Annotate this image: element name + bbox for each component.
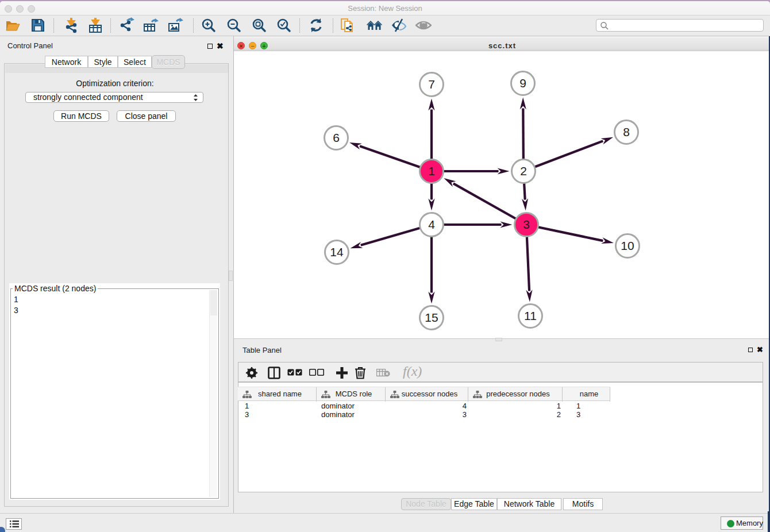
svg-text:15: 15 <box>425 311 438 324</box>
svg-text:9: 9 <box>519 76 526 90</box>
svg-text:7: 7 <box>428 78 435 91</box>
svg-text:2: 2 <box>520 164 527 178</box>
svg-text:11: 11 <box>524 309 537 322</box>
svg-text:4: 4 <box>428 218 435 231</box>
svg-text:14: 14 <box>330 245 344 259</box>
svg-text:10: 10 <box>621 239 634 252</box>
svg-text:6: 6 <box>333 131 340 144</box>
svg-text:3: 3 <box>523 218 530 231</box>
svg-text:1: 1 <box>428 164 435 178</box>
svg-text:8: 8 <box>623 125 630 138</box>
